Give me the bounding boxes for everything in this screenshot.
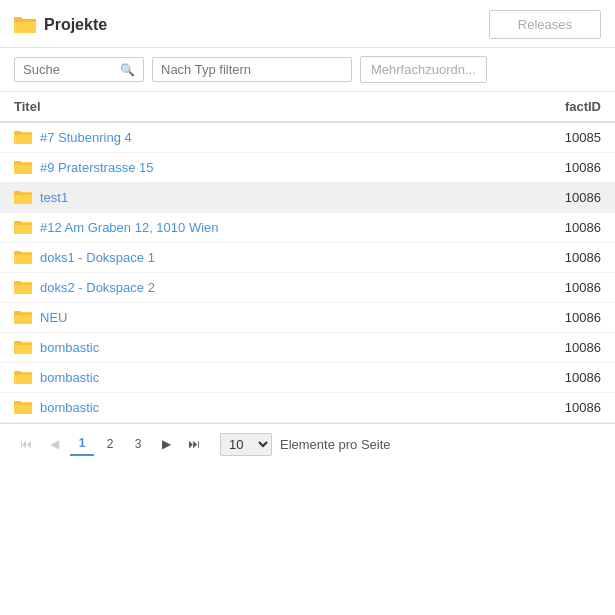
per-page-select: 102550100 Elemente pro Seite	[220, 433, 391, 456]
per-page-label: Elemente pro Seite	[280, 437, 391, 452]
folder-icon-row	[14, 160, 32, 175]
row-title-cell: test1	[14, 190, 541, 205]
folder-icon-row	[14, 280, 32, 295]
row-factid-cell: 10086	[541, 190, 601, 205]
svg-rect-36	[14, 343, 32, 345]
table-row[interactable]: #7 Stubenring 4 10085	[0, 123, 615, 153]
row-title-link[interactable]: bombastic	[40, 370, 99, 385]
row-factid-cell: 10085	[541, 130, 601, 145]
row-title-cell: #9 Praterstrasse 15	[14, 160, 541, 175]
multi-assign-button[interactable]: Mehrfachzuordn...	[360, 56, 487, 83]
row-title-link[interactable]: #9 Praterstrasse 15	[40, 160, 153, 175]
folder-icon-row	[14, 220, 32, 235]
folder-icon-row	[14, 340, 32, 355]
table-body: #7 Stubenring 4 10085 #9 Praterstrasse 1…	[0, 123, 615, 423]
toolbar: 🔍 Mehrfachzuordn...	[0, 48, 615, 92]
prev-icon: ◀	[50, 437, 59, 451]
table-row[interactable]: NEU 10086	[0, 303, 615, 333]
row-title-cell: doks2 - Dokspace 2	[14, 280, 541, 295]
pagination-last-button[interactable]: ⏭	[182, 432, 206, 456]
row-factid-cell: 10086	[541, 160, 601, 175]
table-row[interactable]: #12 Am Graben 12, 1010 Wien 10086	[0, 213, 615, 243]
svg-rect-40	[14, 373, 32, 375]
search-input[interactable]	[23, 62, 116, 77]
row-title-link[interactable]: doks1 - Dokspace 1	[40, 250, 155, 265]
filter-input[interactable]	[161, 62, 343, 77]
row-title-cell: #7 Stubenring 4	[14, 130, 541, 145]
table-row[interactable]: bombastic 10086	[0, 363, 615, 393]
svg-rect-28	[14, 283, 32, 285]
search-icon: 🔍	[120, 63, 135, 77]
row-title-link[interactable]: #7 Stubenring 4	[40, 130, 132, 145]
last-icon: ⏭	[188, 437, 200, 451]
col-title-header: Titel	[14, 99, 541, 114]
table-row[interactable]: test1 10086	[0, 183, 615, 213]
table-row[interactable]: #9 Praterstrasse 15 10086	[0, 153, 615, 183]
row-title-cell: doks1 - Dokspace 1	[14, 250, 541, 265]
next-icon: ▶	[162, 437, 171, 451]
folder-icon-header	[14, 16, 36, 34]
svg-rect-8	[14, 133, 32, 135]
folder-icon-row	[14, 400, 32, 415]
folder-icon-row	[14, 370, 32, 385]
pagination-next-button[interactable]: ▶	[154, 432, 178, 456]
row-factid-cell: 10086	[541, 340, 601, 355]
table-header: Titel factID	[0, 92, 615, 123]
search-box[interactable]: 🔍	[14, 57, 144, 82]
row-title-cell: NEU	[14, 310, 541, 325]
row-title-link[interactable]: test1	[40, 190, 68, 205]
row-factid-cell: 10086	[541, 310, 601, 325]
row-title-link[interactable]: NEU	[40, 310, 67, 325]
page-title: Projekte	[44, 16, 107, 34]
row-factid-cell: 10086	[541, 250, 601, 265]
row-factid-cell: 10086	[541, 280, 601, 295]
svg-rect-24	[14, 253, 32, 255]
svg-rect-32	[14, 313, 32, 315]
svg-rect-4	[14, 20, 36, 22]
page-title-area: Projekte	[14, 16, 107, 34]
svg-rect-12	[14, 163, 32, 165]
folder-icon-row	[14, 130, 32, 145]
filter-box[interactable]	[152, 57, 352, 82]
per-page-dropdown[interactable]: 102550100	[220, 433, 272, 456]
pagination-first-button[interactable]: ⏮	[14, 432, 38, 456]
table-row[interactable]: doks2 - Dokspace 2 10086	[0, 273, 615, 303]
row-title-link[interactable]: #12 Am Graben 12, 1010 Wien	[40, 220, 219, 235]
svg-rect-16	[14, 193, 32, 195]
row-factid-cell: 10086	[541, 220, 601, 235]
header: Projekte Releases	[0, 0, 615, 48]
folder-icon-row	[14, 190, 32, 205]
pagination-page-3[interactable]: 3	[126, 432, 150, 456]
row-title-cell: bombastic	[14, 340, 541, 355]
svg-rect-20	[14, 223, 32, 225]
table-row[interactable]: bombastic 10086	[0, 393, 615, 423]
pagination-page-1[interactable]: 1	[70, 432, 94, 456]
pagination: ⏮ ◀ 1 2 3 ▶ ⏭ 102550100 Elemente pro Sei…	[0, 423, 615, 464]
row-title-link[interactable]: doks2 - Dokspace 2	[40, 280, 155, 295]
folder-icon-row	[14, 310, 32, 325]
row-title-link[interactable]: bombastic	[40, 400, 99, 415]
pagination-page-2[interactable]: 2	[98, 432, 122, 456]
row-title-cell: bombastic	[14, 370, 541, 385]
table-row[interactable]: doks1 - Dokspace 1 10086	[0, 243, 615, 273]
row-title-link[interactable]: bombastic	[40, 340, 99, 355]
row-title-cell: bombastic	[14, 400, 541, 415]
row-title-cell: #12 Am Graben 12, 1010 Wien	[14, 220, 541, 235]
table-row[interactable]: bombastic 10086	[0, 333, 615, 363]
pagination-prev-button[interactable]: ◀	[42, 432, 66, 456]
row-factid-cell: 10086	[541, 400, 601, 415]
row-factid-cell: 10086	[541, 370, 601, 385]
svg-rect-44	[14, 403, 32, 405]
first-icon: ⏮	[20, 437, 32, 451]
folder-icon-row	[14, 250, 32, 265]
col-factid-header: factID	[541, 99, 601, 114]
releases-button[interactable]: Releases	[489, 10, 601, 39]
